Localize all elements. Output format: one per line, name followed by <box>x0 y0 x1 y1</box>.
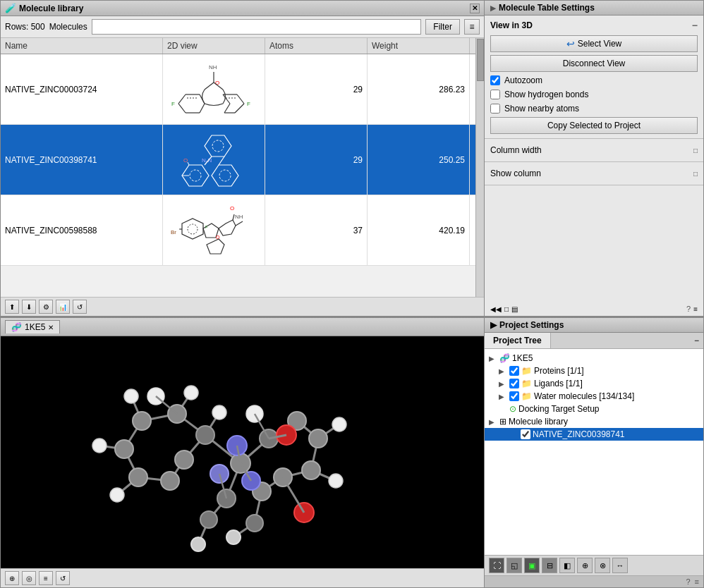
svg-point-93 <box>92 439 107 453</box>
svg-line-18 <box>237 94 244 104</box>
tree-item-docking[interactable]: ▶ ⊙ Docking Target Setup <box>485 403 703 415</box>
svg-text:NH: NH <box>235 214 243 220</box>
project-btn-5[interactable]: ◧ <box>559 558 575 573</box>
svg-marker-27 <box>212 165 238 186</box>
molecule-library-titlebar: 🧪 Molecule library ✕ <box>1 1 484 16</box>
ligands-folder-icon: 📁 <box>521 379 532 388</box>
show-column-row[interactable]: Show column □ <box>490 165 698 182</box>
expand-arrow-mol-lib[interactable]: ▶ <box>489 418 497 426</box>
svg-text:F: F <box>205 225 208 229</box>
viewer-tab-label: 1KE5 <box>25 322 45 332</box>
project-btn-7[interactable]: ⊗ <box>595 558 610 573</box>
project-tabs: Project Tree − <box>485 333 703 349</box>
water-checkbox[interactable] <box>509 391 519 401</box>
svg-point-87 <box>226 530 241 544</box>
viewer-btn-3[interactable]: ≡ <box>39 571 53 585</box>
viewer-canvas[interactable] <box>1 336 484 568</box>
bottom-settings[interactable]: ≡ <box>693 305 698 313</box>
table-row[interactable]: NATIVE_ZINC00398741 O N-N <box>1 125 475 195</box>
copy-project-button[interactable]: Copy Selected to Project <box>490 117 698 134</box>
table-scrollbar[interactable] <box>475 38 484 297</box>
project-btn-4[interactable]: ⊟ <box>542 558 557 573</box>
tree-item-mol-lib[interactable]: ▶ ⊞ Molecule library <box>485 415 703 428</box>
zinc-label: NATIVE_ZINC00398741 <box>533 429 699 439</box>
svg-point-92 <box>212 405 226 419</box>
collapse-section-btn[interactable]: − <box>692 20 698 31</box>
svg-marker-23 <box>205 135 231 157</box>
molecules-label: Molecules <box>49 22 87 32</box>
expand-arrow-water[interactable]: ▶ <box>499 393 507 400</box>
docking-icon: ⊙ <box>509 404 516 414</box>
export-btn[interactable]: ⬇ <box>22 300 36 314</box>
project-btn-3[interactable]: ▣ <box>524 558 540 573</box>
proteins-checkbox[interactable] <box>509 366 519 376</box>
svg-text:F: F <box>171 101 175 107</box>
svg-text:NH: NH <box>209 64 217 71</box>
project-tree-tab[interactable]: Project Tree <box>485 333 551 348</box>
project-btn-8[interactable]: ↔ <box>612 558 628 573</box>
status-bar: ? ≡ <box>485 575 703 587</box>
funnel-button[interactable]: ≡ <box>464 19 480 35</box>
zinc-checkbox[interactable] <box>521 429 530 439</box>
help-icon[interactable]: ? <box>686 305 691 313</box>
settings-btn-tbl[interactable]: ⚙ <box>39 300 53 314</box>
table-row[interactable]: NATIVE_ZINC00003724 NH O F <box>1 54 475 125</box>
svg-line-15 <box>224 104 230 113</box>
show-column-section: Show column □ <box>485 162 703 185</box>
collapse-arrow[interactable]: ▶ <box>490 4 496 12</box>
viewer-btn-4[interactable]: ↺ <box>56 571 70 585</box>
tab-ctrl-minus[interactable]: − <box>693 336 700 345</box>
table-row[interactable]: NATIVE_ZINC00598588 Br NH O <box>1 195 475 266</box>
refresh-btn[interactable]: ↺ <box>73 300 87 314</box>
close-button[interactable]: ✕ <box>470 4 480 13</box>
mol-img-1: NH O F F <box>168 58 260 121</box>
hydrogen-bonds-checkbox[interactable] <box>490 90 500 99</box>
viewer-btn-1[interactable]: ⊕ <box>5 571 19 585</box>
bottom-resize[interactable]: ▤ <box>511 305 518 313</box>
status-help[interactable]: ? <box>686 577 690 586</box>
project-btn-1[interactable]: ⛶ <box>489 558 504 573</box>
nearby-atoms-checkbox[interactable] <box>490 104 500 114</box>
disconnect-view-button[interactable]: Disconnect View <box>490 55 698 72</box>
tree-item-1ke5[interactable]: ▶ 🧬 1KE5 <box>485 352 703 365</box>
expand-arrow-ligands[interactable]: ▶ <box>499 380 507 388</box>
project-titlebar: ▶ Project Settings <box>485 318 703 333</box>
svg-point-88 <box>200 511 217 528</box>
viewer-tab-close[interactable]: ✕ <box>48 324 54 331</box>
tree-item-proteins[interactable]: ▶ 📁 Proteins [1/1] <box>485 365 703 377</box>
expand-arrow-1ke5[interactable]: ▶ <box>489 355 497 362</box>
viewer-btn-2[interactable]: ◎ <box>22 571 36 585</box>
scrollbar-thumb[interactable] <box>477 39 484 81</box>
status-menu[interactable]: ≡ <box>695 577 699 586</box>
filter-button[interactable]: Filter <box>425 19 460 35</box>
row3-name: NATIVE_ZINC00598588 <box>1 195 163 265</box>
docking-label: Docking Target Setup <box>518 404 699 414</box>
tree-item-ligands[interactable]: ▶ 📁 Ligands [1/1] <box>485 377 703 390</box>
chart-btn[interactable]: 📊 <box>56 300 70 314</box>
viewer-tab-1ke5[interactable]: 🧬 1KE5 ✕ <box>5 320 60 333</box>
tree-item-water[interactable]: ▶ 📁 Water molecules [134/134] <box>485 390 703 403</box>
expand-arrow-proteins[interactable]: ▶ <box>499 367 507 375</box>
column-width-row[interactable]: Column width □ <box>490 142 698 159</box>
tree-item-zinc[interactable]: ▶ NATIVE_ZINC00398741 <box>485 428 703 441</box>
nearby-atoms-row: Show nearby atoms <box>490 103 698 114</box>
table-content: Name 2D view Atoms Weight NATIVE_ZINC000… <box>1 38 475 297</box>
select-view-button[interactable]: ↩ Select View <box>490 35 698 52</box>
viewer-titlebar: 🧬 1KE5 ✕ <box>1 318 484 336</box>
bottom-collapse[interactable]: ◀◀ <box>490 305 502 313</box>
viewer-bottom-bar: ⊕ ◎ ≡ ↺ <box>1 568 484 587</box>
svg-line-42 <box>236 221 243 226</box>
project-btn-6[interactable]: ⊕ <box>577 558 593 573</box>
search-input[interactable] <box>92 19 422 35</box>
molecule-library-panel: 🧪 Molecule library ✕ Rows: 500 Molecules… <box>0 0 484 317</box>
autozoom-checkbox[interactable] <box>490 75 500 85</box>
bottom-expand[interactable]: □ <box>504 305 509 313</box>
import-btn[interactable]: ⬆ <box>5 300 19 314</box>
project-btn-2[interactable]: ◱ <box>506 558 522 573</box>
svg-point-24 <box>212 140 224 152</box>
svg-point-94 <box>110 488 124 502</box>
project-collapse-arrow[interactable]: ▶ <box>490 320 497 330</box>
project-settings-panel: ▶ Project Settings Project Tree − ▶ 🧬 1K… <box>484 317 704 588</box>
ligands-checkbox[interactable] <box>509 379 519 388</box>
svg-line-17 <box>235 104 244 113</box>
